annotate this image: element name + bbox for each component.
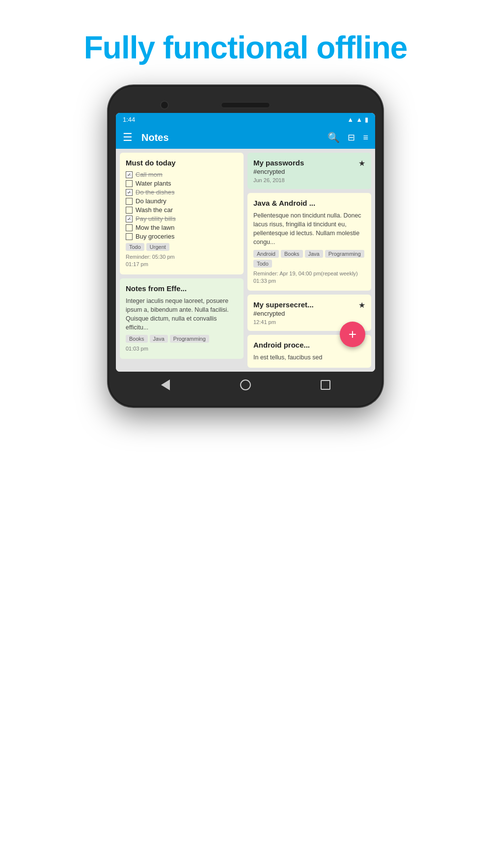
checklist-item-wash-car: Wash the car — [126, 206, 238, 214]
must-do-reminder: Reminder: 05:30 pm 01:17 pm — [126, 253, 238, 269]
android-proce-body: In est tellus, faucibus sed — [253, 353, 365, 362]
back-triangle-icon — [161, 380, 170, 390]
tag-urgent: Urgent — [146, 243, 169, 251]
nav-back-button[interactable] — [159, 379, 172, 391]
item-pay-bills-text: Pay utility bills — [136, 215, 176, 222]
checkbox-laundry — [126, 198, 133, 205]
notes-grid: Must do today ✓ Call mom Water plants ✓ … — [116, 149, 375, 372]
app-bar: ☰ Notes 🔍 ⊟ ≡ — [116, 126, 375, 149]
java-android-reminder: Reminder: Apr 19, 04:00 pm(repeat weekly… — [253, 270, 365, 285]
checkbox-call-mom: ✓ — [126, 171, 133, 178]
item-call-mom-text: Call mom — [136, 171, 163, 178]
notes-from-body: Integer iaculis neque laoreet, posuere i… — [126, 297, 238, 332]
fab-label: + — [349, 326, 356, 342]
notes-from-time: 01:03 pm — [126, 345, 238, 353]
tag-android: Android — [253, 250, 279, 258]
tag-programming: Programming — [170, 335, 209, 343]
checkbox-dishes: ✓ — [126, 189, 133, 196]
checkbox-water-plants — [126, 180, 133, 187]
nav-recent-button[interactable] — [319, 379, 332, 391]
checklist-item-laundry: Do laundry — [126, 197, 238, 205]
sort-icon[interactable]: ≡ — [363, 133, 368, 143]
signal-icon: ▲ — [356, 116, 362, 123]
wifi-icon: ▲ — [347, 116, 354, 123]
menu-icon[interactable]: ☰ — [123, 131, 133, 144]
passwords-star-icon: ★ — [358, 159, 365, 168]
supersecret-title: My supersecret... — [253, 300, 314, 309]
checklist-item-dishes: ✓ Do the dishes — [126, 189, 238, 196]
left-column: Must do today ✓ Call mom Water plants ✓ … — [120, 153, 244, 368]
item-groceries-text: Buy groceries — [136, 233, 174, 240]
note-java-android[interactable]: Java & Android ... Pellentesque non tinc… — [247, 193, 371, 291]
nav-home-button[interactable] — [239, 379, 252, 391]
supersecret-subtitle: #encrypted — [253, 310, 365, 317]
checkbox-mow-lawn — [126, 224, 133, 231]
java-android-tags: Android Books Java Programming Todo — [253, 250, 365, 268]
tag-books-java: Books — [281, 250, 303, 258]
status-bar: 1:44 ▲ ▲ ▮ — [116, 113, 375, 126]
checkbox-groceries — [126, 233, 133, 240]
status-time: 1:44 — [123, 116, 135, 123]
item-dishes-text: Do the dishes — [136, 189, 175, 196]
phone-shell: 1:44 ▲ ▲ ▮ ☰ Notes 🔍 ⊟ ≡ — [108, 85, 383, 407]
home-circle-icon — [240, 380, 251, 390]
must-do-tags: Todo Urgent — [126, 243, 238, 251]
supersecret-header: My supersecret... ★ — [253, 300, 365, 310]
passwords-header: My passwords ★ — [253, 159, 365, 168]
app-title: Notes — [141, 132, 321, 143]
battery-icon: ▮ — [365, 116, 368, 123]
phone-screen: 1:44 ▲ ▲ ▮ ☰ Notes 🔍 ⊟ ≡ — [116, 113, 375, 372]
status-icons: ▲ ▲ ▮ — [347, 116, 368, 123]
checklist-item-groceries: Buy groceries — [126, 233, 238, 240]
checklist-item-call-mom: ✓ Call mom — [126, 171, 238, 178]
java-android-body: Pellentesque non tincidunt nulla. Donec … — [253, 211, 365, 247]
passwords-title: My passwords — [253, 159, 304, 167]
passwords-date: Jun 26, 2018 — [253, 177, 365, 183]
view-icon[interactable]: ⊟ — [348, 132, 355, 143]
tag-java: Java — [150, 335, 168, 343]
page-header: Fully functional offline — [0, 0, 491, 85]
supersecret-star-icon: ★ — [358, 300, 365, 310]
hero-title: Fully functional offline — [10, 29, 481, 66]
passwords-subtitle: #encrypted — [253, 168, 365, 175]
java-android-title: Java & Android ... — [253, 199, 365, 207]
item-wash-car-text: Wash the car — [136, 206, 173, 214]
note-notes-from[interactable]: Notes from Effe... Integer iaculis neque… — [120, 278, 244, 359]
tag-programming2: Programming — [325, 250, 364, 258]
front-camera — [160, 101, 169, 109]
checkbox-wash-car — [126, 207, 133, 214]
item-water-plants-text: Water plants — [136, 180, 171, 187]
search-icon[interactable]: 🔍 — [327, 132, 340, 143]
tag-java2: Java — [305, 250, 323, 258]
checklist-item-mow-lawn: Mow the lawn — [126, 224, 238, 231]
note-must-do-title: Must do today — [126, 159, 238, 167]
phone-device: 1:44 ▲ ▲ ▮ ☰ Notes 🔍 ⊟ ≡ — [108, 85, 383, 407]
notes-from-title: Notes from Effe... — [126, 284, 238, 293]
phone-top — [116, 95, 375, 113]
item-laundry-text: Do laundry — [136, 197, 166, 205]
phone-speaker — [221, 102, 270, 108]
tag-todo: Todo — [126, 243, 144, 251]
checkbox-pay-bills: ✓ — [126, 216, 133, 222]
checklist-item-water-plants: Water plants — [126, 180, 238, 187]
note-must-do[interactable]: Must do today ✓ Call mom Water plants ✓ … — [120, 153, 244, 274]
tag-books: Books — [126, 335, 148, 343]
notes-from-tags: Books Java Programming — [126, 335, 238, 343]
recent-square-icon — [321, 380, 330, 390]
item-mow-lawn-text: Mow the lawn — [136, 224, 174, 231]
checklist-item-pay-bills: ✓ Pay utility bills — [126, 215, 238, 222]
app-bar-icons: 🔍 ⊟ ≡ — [327, 132, 368, 143]
note-my-passwords[interactable]: My passwords ★ #encrypted Jun 26, 2018 — [247, 153, 371, 189]
tag-todo2: Todo — [253, 260, 272, 268]
phone-nav-bar — [116, 372, 375, 397]
